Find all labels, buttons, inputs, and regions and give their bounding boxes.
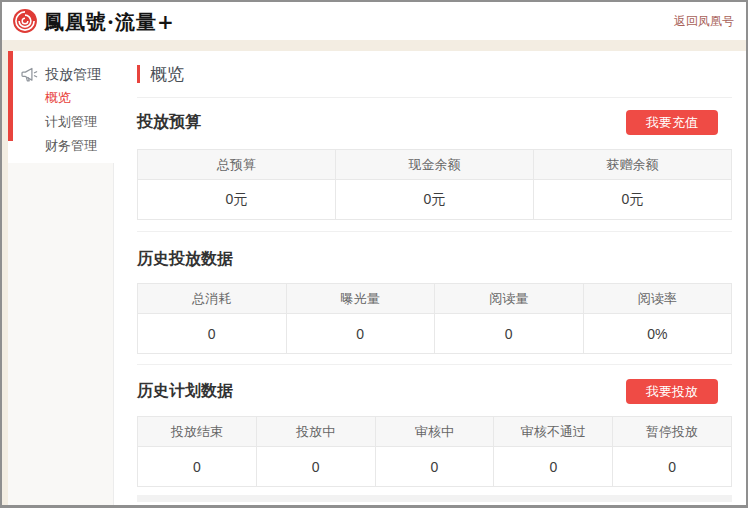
table-value-row: 0元 0元 0元 <box>138 180 732 220</box>
col-exposure: 曝光量 <box>286 284 435 314</box>
val-delivery-paused: 0 <box>613 447 732 487</box>
table-header-row: 投放结束 投放中 审核中 审核不通过 暂停投放 <box>138 417 732 447</box>
page-title-accent <box>137 65 140 83</box>
val-under-review: 0 <box>375 447 494 487</box>
col-delivering: 投放中 <box>256 417 375 447</box>
megaphone-icon <box>20 67 38 83</box>
col-under-review: 审核中 <box>375 417 494 447</box>
sidebar-item-overview[interactable]: 概览 <box>8 86 114 110</box>
col-review-rejected: 审核不通过 <box>494 417 613 447</box>
sidebar-menu: 投放管理 概览 计划管理 财务管理 <box>8 51 114 163</box>
col-delivery-ended: 投放结束 <box>138 417 257 447</box>
col-reads: 阅读量 <box>435 284 584 314</box>
history-data-table: 总消耗 曝光量 阅读量 阅读率 0 0 0 0% <box>137 283 732 354</box>
section-budget-header: 投放预算 我要充值 <box>137 110 732 135</box>
top-header: 鳳凰號·流量+ 返回凤凰号 <box>2 2 746 40</box>
main-area: 投放管理 概览 计划管理 财务管理 概览 投放预算 我要充值 总预算 <box>2 51 746 505</box>
budget-table: 总预算 现金余额 获赠余额 0元 0元 0元 <box>137 149 732 220</box>
section-divider <box>137 364 732 365</box>
content-area: 概览 投放预算 我要充值 总预算 现金余额 获赠余额 0元 0元 0元 <box>114 51 746 505</box>
section-history-title: 历史投放数据 <box>137 249 233 270</box>
app-title: 鳳凰號·流量+ <box>44 10 175 32</box>
table-value-row: 0 0 0 0 0 <box>138 447 732 487</box>
section-divider <box>137 231 732 232</box>
section-plan-header: 历史计划数据 我要投放 <box>137 379 732 404</box>
back-to-phoenix-link[interactable]: 返回凤凰号 <box>674 13 734 30</box>
val-delivering: 0 <box>256 447 375 487</box>
phoenix-logo-icon <box>12 8 38 34</box>
page-title-divider <box>137 97 732 98</box>
sidebar-group-label: 投放管理 <box>45 66 101 84</box>
section-history-header: 历史投放数据 <box>137 247 732 272</box>
sidebar-item-plan-management[interactable]: 计划管理 <box>8 110 114 134</box>
val-total-consumption: 0 <box>138 314 287 354</box>
table-value-row: 0 0 0 0% <box>138 314 732 354</box>
val-delivery-ended: 0 <box>138 447 257 487</box>
col-cash-balance: 现金余额 <box>336 150 534 180</box>
page-title-text: 概览 <box>150 63 184 86</box>
col-total-budget: 总预算 <box>138 150 336 180</box>
cutoff-next-section-strip <box>137 495 732 502</box>
sidebar: 投放管理 概览 计划管理 财务管理 <box>8 51 114 505</box>
sidebar-background <box>8 163 114 505</box>
recharge-button[interactable]: 我要充值 <box>626 110 718 135</box>
col-delivery-paused: 暂停投放 <box>613 417 732 447</box>
sidebar-group-delivery-management[interactable]: 投放管理 <box>8 64 114 86</box>
val-total-budget: 0元 <box>138 180 336 220</box>
val-cash-balance: 0元 <box>336 180 534 220</box>
create-delivery-button[interactable]: 我要投放 <box>626 379 718 404</box>
app-window: 鳳凰號·流量+ 返回凤凰号 投放管理 <box>0 0 748 508</box>
section-plan-title: 历史计划数据 <box>137 381 233 402</box>
header-divider-strip <box>2 40 746 51</box>
section-budget-title: 投放预算 <box>137 112 201 133</box>
col-total-consumption: 总消耗 <box>138 284 287 314</box>
page-title: 概览 <box>137 62 732 86</box>
col-read-rate: 阅读率 <box>583 284 732 314</box>
val-read-rate: 0% <box>583 314 732 354</box>
sidebar-item-finance-management[interactable]: 财务管理 <box>8 134 114 158</box>
val-gift-balance: 0元 <box>534 180 732 220</box>
val-exposure: 0 <box>286 314 435 354</box>
plan-data-table: 投放结束 投放中 审核中 审核不通过 暂停投放 0 0 0 0 0 <box>137 416 732 487</box>
val-reads: 0 <box>435 314 584 354</box>
val-review-rejected: 0 <box>494 447 613 487</box>
col-gift-balance: 获赠余额 <box>534 150 732 180</box>
sidebar-accent-bar <box>8 51 13 141</box>
table-header-row: 总预算 现金余额 获赠余额 <box>138 150 732 180</box>
brand-logo: 鳳凰號·流量+ <box>12 8 175 34</box>
table-header-row: 总消耗 曝光量 阅读量 阅读率 <box>138 284 732 314</box>
